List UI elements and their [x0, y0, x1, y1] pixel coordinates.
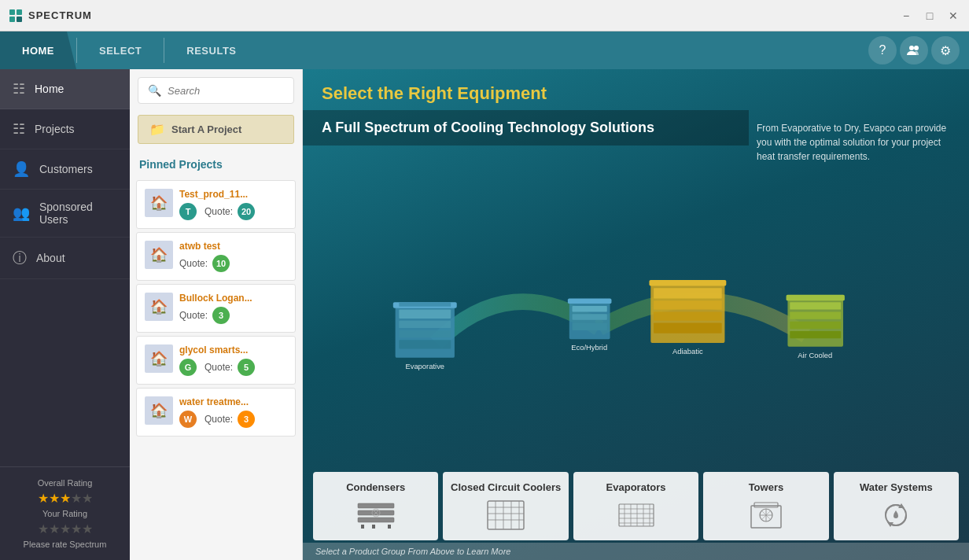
project-thumbnail: 🏠 — [145, 189, 173, 217]
water-systems-label: Water Systems — [860, 481, 933, 493]
start-project-button[interactable]: 📁 Start A Project — [138, 115, 294, 144]
svg-rect-8 — [399, 320, 451, 327]
window-controls: − □ ✕ — [898, 9, 961, 22]
svg-rect-2 — [9, 17, 15, 22]
settings-button[interactable]: ⚙ — [931, 36, 960, 64]
svg-rect-38 — [372, 525, 375, 529]
project-item[interactable]: 🏠 water treatme... W Quote: 3 — [136, 388, 296, 437]
minimize-button[interactable]: − — [898, 9, 914, 22]
svg-rect-36 — [358, 518, 394, 522]
product-categories: Condensers Closed C — [303, 470, 969, 543]
quote-badge: 3 — [238, 411, 255, 428]
project-item[interactable]: 🏠 Test_prod_11... T Quote: 20 — [136, 180, 296, 229]
subtitle-bar: A Full Spectrum of Cooling Technology So… — [303, 110, 749, 146]
svg-text:Adiabatic: Adiabatic — [672, 347, 703, 356]
closed-circuit-coolers-label: Closed Circuit Coolers — [451, 481, 561, 493]
svg-rect-29 — [790, 311, 841, 319]
left-panel: 🔍 📁 Start A Project Pinned Projects 🏠 Te… — [130, 69, 303, 560]
quote-label: Quote: — [204, 362, 233, 373]
content-area: 🔍 📁 Start A Project Pinned Projects 🏠 Te… — [130, 69, 969, 560]
towers-icon — [746, 499, 786, 531]
svg-rect-43 — [488, 501, 524, 529]
svg-rect-31 — [790, 330, 841, 337]
water-systems-category[interactable]: Water Systems — [834, 472, 959, 540]
project-info: Bullock Logan... Quote: 3 — [179, 293, 287, 324]
towers-category[interactable]: Towers — [703, 472, 828, 540]
sidebar-item-customers[interactable]: 👤 Customers — [0, 149, 130, 190]
search-input[interactable] — [168, 85, 284, 97]
status-text: Select a Product Group From Above to Lea… — [315, 547, 510, 556]
svg-text:Evaporative: Evaporative — [405, 361, 444, 370]
info-icon: ⓘ — [13, 249, 27, 267]
your-stars: ★★★★★ — [9, 521, 120, 536]
svg-rect-23 — [654, 311, 722, 320]
quote-label: Quote: — [204, 206, 233, 217]
project-item[interactable]: 🏠 glycol smarts... G Quote: 5 — [136, 336, 296, 385]
users-button[interactable] — [900, 36, 928, 64]
sidebar-item-sponsored-label: Sponsored Users — [39, 201, 117, 226]
quote-badge: 5 — [238, 359, 255, 376]
search-icon: 🔍 — [148, 84, 161, 97]
svg-rect-32 — [787, 294, 845, 300]
main-layout: ☷ Home ☷ Projects 👤 Customers 👥 Sponsore… — [0, 69, 969, 560]
tab-results[interactable]: RESULTS — [164, 31, 258, 69]
content-subtitle: A Full Spectrum of Cooling Technology So… — [322, 120, 730, 136]
project-name: Test_prod_11... — [179, 189, 287, 200]
adiabatic-unit: Adiabatic — [649, 279, 726, 355]
svg-rect-28 — [790, 302, 841, 309]
projects-icon: ☷ — [13, 120, 25, 138]
svg-point-5 — [914, 46, 919, 50]
svg-rect-21 — [654, 288, 722, 298]
pinned-projects-header: Pinned Projects — [130, 152, 302, 177]
condensers-icon — [356, 499, 396, 531]
condensers-category[interactable]: Condensers — [313, 472, 438, 540]
svg-text:Air Cooled: Air Cooled — [798, 350, 832, 359]
svg-rect-10 — [399, 340, 451, 348]
sidebar-item-projects[interactable]: ☷ Projects — [0, 109, 130, 149]
main-content: Select the Right Equipment A Full Spectr… — [303, 69, 969, 560]
svg-rect-37 — [361, 525, 364, 529]
svg-rect-62 — [754, 503, 778, 507]
svg-rect-24 — [654, 322, 722, 333]
person-add-icon: 👥 — [13, 204, 30, 222]
projects-list[interactable]: 🏠 Test_prod_11... T Quote: 20 🏠 atwb tes… — [130, 177, 302, 560]
svg-rect-25 — [649, 279, 726, 286]
project-quote: Quote: 10 — [179, 255, 287, 272]
eco-hybrid-unit: Eco/Hybrid — [568, 298, 612, 352]
project-quote: Quote: 3 — [179, 307, 287, 324]
project-name: water treatme... — [179, 396, 287, 407]
person-icon: 👤 — [13, 160, 30, 178]
maximize-button[interactable]: □ — [922, 9, 938, 22]
equipment-visualization: Evaporative Eco/Hybrid — [303, 164, 969, 470]
project-thumbnail: 🏠 — [145, 241, 173, 269]
sidebar-item-home[interactable]: ☷ Home — [0, 69, 130, 109]
evaporators-icon — [617, 499, 656, 531]
close-button[interactable]: ✕ — [945, 9, 961, 22]
tab-select[interactable]: SELECT — [77, 31, 164, 69]
project-info: atwb test Quote: 10 — [179, 241, 287, 272]
project-item[interactable]: 🏠 atwb test Quote: 10 — [136, 232, 296, 281]
svg-rect-18 — [568, 298, 612, 304]
please-rate-label: Please rate Spectrum — [9, 540, 120, 549]
quote-badge: 20 — [238, 203, 255, 220]
search-box[interactable]: 🔍 — [138, 77, 294, 104]
sidebar: ☷ Home ☷ Projects 👤 Customers 👥 Sponsore… — [0, 69, 130, 560]
tab-home[interactable]: HOME — [0, 31, 76, 69]
closed-circuit-coolers-category[interactable]: Closed Circuit Coolers — [443, 472, 568, 540]
help-button[interactable]: ? — [868, 36, 897, 64]
evaporators-category[interactable]: Evaporators — [573, 472, 698, 540]
content-description: From Evaporative to Dry, Evapco can prov… — [749, 110, 969, 164]
project-avatar: W — [179, 411, 197, 428]
project-avatar: T — [179, 203, 197, 220]
home-icon: ☷ — [13, 80, 25, 98]
air-cooled-unit: Air Cooled — [787, 294, 845, 359]
sidebar-item-sponsored[interactable]: 👥 Sponsored Users — [0, 190, 130, 238]
cooling-spectrum-diagram: Evaporative Eco/Hybrid — [319, 254, 953, 380]
project-name: glycol smarts... — [179, 344, 287, 356]
svg-rect-15 — [573, 305, 607, 311]
sidebar-item-about[interactable]: ⓘ About — [0, 238, 130, 279]
project-item[interactable]: 🏠 Bullock Logan... Quote: 3 — [136, 284, 296, 333]
svg-rect-1 — [17, 9, 22, 15]
quote-label: Quote: — [179, 310, 208, 321]
tab-bar: HOME SELECT RESULTS ? ⚙ — [0, 31, 969, 69]
